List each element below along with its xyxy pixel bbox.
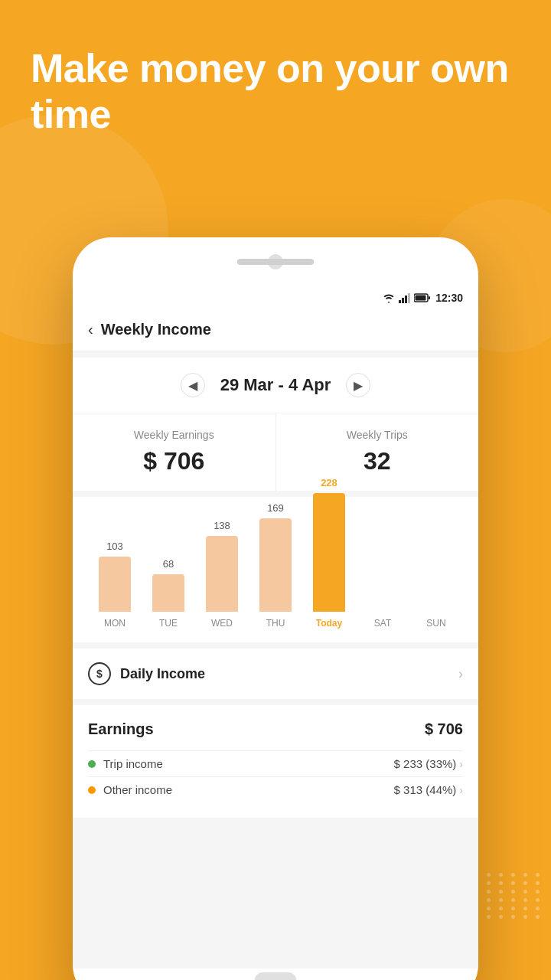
headline: Make money on your own time: [31, 46, 520, 138]
other-income-amount: $ 313 (44%): [394, 783, 457, 796]
speaker: [237, 259, 314, 265]
bar-wednesday-label: WED: [211, 618, 233, 629]
screen-title: Weekly Income: [101, 321, 211, 338]
bar-thursday-label: THU: [266, 618, 285, 629]
trip-income-chevron: ›: [459, 758, 463, 770]
signal-icon: [399, 292, 411, 303]
bar-tuesday-bar: [152, 574, 184, 612]
wifi-icon: [382, 292, 396, 303]
battery-icon: [414, 293, 431, 302]
chart-bars-container: 103 MON 68 TUE 138 WED: [88, 512, 463, 635]
earnings-header: Earnings $ 706: [88, 720, 463, 738]
bar-thursday: 169 THU: [249, 502, 302, 629]
bar-wednesday-value: 138: [214, 520, 230, 531]
bar-today-value: 228: [321, 477, 337, 488]
bar-today-label: Today: [316, 618, 342, 629]
stats-row: Weekly Earnings $ 706 Weekly Trips 32: [73, 413, 478, 491]
dot-pattern-decoration: [474, 873, 543, 919]
bar-chart: 103 MON 68 TUE 138 WED: [73, 497, 478, 642]
bar-today: 228 Today: [302, 477, 356, 629]
weekly-earnings-card: Weekly Earnings $ 706: [73, 413, 276, 491]
bar-monday: 103 MON: [88, 541, 142, 629]
other-income-value: $ 313 (44%) ›: [394, 783, 463, 796]
svg-rect-0: [399, 300, 401, 303]
weekly-earnings-value: $ 706: [91, 447, 257, 475]
bar-sunday: SUN: [409, 607, 463, 629]
bar-monday-label: MON: [104, 618, 126, 629]
bar-tuesday-value: 68: [163, 558, 174, 570]
daily-income-chevron: ›: [458, 666, 463, 682]
daily-income-label: Daily Income: [120, 666, 205, 682]
prev-week-button[interactable]: ◀: [181, 373, 205, 397]
weekly-trips-label: Weekly Trips: [295, 429, 461, 441]
earnings-total: $ 706: [425, 720, 463, 738]
trip-income-amount: $ 233 (33%): [394, 757, 457, 770]
bar-saturday-label: SAT: [374, 618, 391, 629]
status-time: 12:30: [435, 292, 463, 304]
earnings-item-trip-left: Trip income: [88, 757, 163, 770]
bar-sunday-label: SUN: [426, 618, 445, 629]
trip-income-label: Trip income: [103, 757, 163, 770]
phone-shell: 12:30 ‹ Weekly Income ◀ 29 Mar - 4 Apr ▶…: [73, 237, 478, 980]
other-income-dot: [88, 786, 96, 794]
earnings-title: Earnings: [88, 720, 154, 738]
other-income-label: Other income: [103, 783, 172, 796]
bar-monday-value: 103: [106, 541, 123, 552]
earnings-item-trip[interactable]: Trip income $ 233 (33%) ›: [88, 750, 463, 776]
svg-rect-3: [408, 293, 410, 303]
daily-income-row[interactable]: $ Daily Income ›: [73, 648, 478, 699]
status-icons: [382, 292, 431, 303]
trip-income-value: $ 233 (33%) ›: [394, 757, 463, 770]
svg-rect-5: [416, 296, 426, 301]
date-range: 29 Mar - 4 Apr: [220, 375, 331, 395]
bar-monday-bar: [99, 557, 131, 612]
weekly-earnings-label: Weekly Earnings: [91, 429, 257, 441]
svg-rect-2: [405, 296, 407, 303]
bar-today-bar: [313, 493, 345, 612]
back-button[interactable]: ‹: [88, 321, 93, 338]
bar-thursday-value: 169: [267, 502, 284, 514]
trip-income-dot: [88, 760, 96, 768]
svg-rect-1: [402, 298, 404, 303]
daily-income-left: $ Daily Income: [88, 662, 205, 685]
earnings-item-other[interactable]: Other income $ 313 (44%) ›: [88, 776, 463, 802]
status-bar: 12:30: [73, 287, 478, 309]
earnings-summary: Earnings $ 706 Trip income $ 233 (33%) ›: [73, 705, 478, 818]
dollar-icon: $: [88, 662, 111, 685]
app-header: ‹ Weekly Income: [73, 309, 478, 351]
bar-thursday-bar: [259, 518, 292, 612]
weekly-trips-value: 32: [295, 447, 461, 475]
next-week-button[interactable]: ▶: [346, 373, 370, 397]
date-selector: ◀ 29 Mar - 4 Apr ▶: [73, 358, 478, 413]
svg-rect-6: [429, 296, 430, 299]
home-button: [255, 972, 297, 980]
bar-wednesday-bar: [206, 536, 238, 612]
screen: 12:30 ‹ Weekly Income ◀ 29 Mar - 4 Apr ▶…: [73, 287, 478, 969]
bar-saturday: SAT: [356, 607, 409, 629]
bar-wednesday: 138 WED: [195, 520, 249, 629]
earnings-item-other-left: Other income: [88, 783, 172, 796]
phone-mockup: 12:30 ‹ Weekly Income ◀ 29 Mar - 4 Apr ▶…: [73, 237, 478, 980]
bar-tuesday-label: TUE: [159, 618, 178, 629]
bar-tuesday: 68 TUE: [142, 558, 195, 629]
other-income-chevron: ›: [459, 784, 463, 796]
